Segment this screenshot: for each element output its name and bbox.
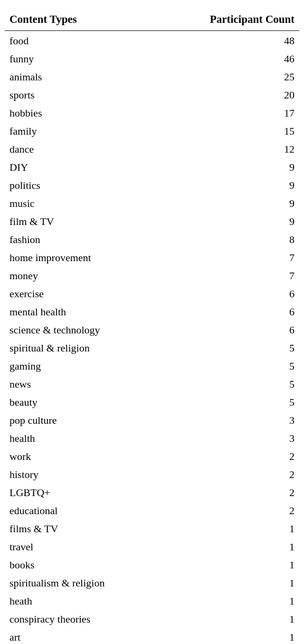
table-row: history2 [5,466,299,484]
table-row: health3 [5,429,299,448]
content-type-cell: LGBTQ+ [5,484,160,502]
content-type-cell: DIY [5,158,160,176]
participant-count-cell: 7 [160,249,299,267]
table-header-row: Content Types Participant Count [5,10,299,30]
content-type-cell: books [5,556,160,574]
participant-count-cell: 17 [160,104,299,122]
content-type-cell: educational [5,502,160,520]
content-type-cell: fashion [5,231,160,249]
table-row: mental health6 [5,303,299,321]
table-row: family15 [5,122,299,140]
table-row: money7 [5,267,299,285]
table-row: conspiracy theories1 [5,610,299,628]
table-row: animals25 [5,68,299,86]
table-row: dance12 [5,140,299,158]
participant-count-cell: 48 [160,31,299,50]
table-row: science & technology6 [5,321,299,339]
table-row: heath1 [5,592,299,610]
participant-count-cell: 3 [160,429,299,448]
participant-count-cell: 6 [160,321,299,339]
content-type-cell: funny [5,50,160,68]
participant-count-cell: 9 [160,176,299,195]
content-type-cell: history [5,466,160,484]
table-row: politics9 [5,176,299,195]
content-type-cell: food [5,31,160,50]
table-row: home improvement7 [5,249,299,267]
content-types-header: Content Types [5,10,160,30]
participant-count-cell: 9 [160,158,299,176]
content-type-cell: spiritualism & religion [5,574,160,592]
table-row: art1 [5,628,299,644]
participant-count-cell: 1 [160,556,299,574]
table-row: spiritual & religion5 [5,339,299,357]
content-type-cell: music [5,195,160,213]
table-row: films & TV1 [5,520,299,538]
content-type-cell: money [5,267,160,285]
participant-count-cell: 6 [160,303,299,321]
participant-count-cell: 3 [160,411,299,429]
participant-count-cell: 5 [160,339,299,357]
content-type-cell: gaming [5,357,160,375]
participant-count-cell: 5 [160,375,299,393]
table-row: work2 [5,448,299,466]
participant-count-cell: 20 [160,86,299,104]
table-row: food48 [5,31,299,50]
participant-count-cell: 5 [160,393,299,411]
participant-count-cell: 15 [160,122,299,140]
participant-count-cell: 1 [160,610,299,628]
content-type-cell: sports [5,86,160,104]
content-types-table: Content Types Participant Count food48fu… [5,10,299,644]
content-type-cell: news [5,375,160,393]
content-type-cell: travel [5,538,160,556]
table-row: spiritualism & religion1 [5,574,299,592]
participant-count-cell: 12 [160,140,299,158]
participant-count-cell: 7 [160,267,299,285]
participant-count-cell: 2 [160,448,299,466]
participant-count-cell: 5 [160,357,299,375]
content-type-cell: exercise [5,285,160,303]
participant-count-cell: 46 [160,50,299,68]
content-type-cell: animals [5,68,160,86]
table-row: pop culture3 [5,411,299,429]
content-type-cell: art [5,628,160,644]
participant-count-cell: 1 [160,628,299,644]
content-type-cell: hobbies [5,104,160,122]
content-type-cell: politics [5,176,160,195]
table-row: DIY9 [5,158,299,176]
content-type-cell: conspiracy theories [5,610,160,628]
content-type-cell: pop culture [5,411,160,429]
table-row: exercise6 [5,285,299,303]
participant-count-cell: 25 [160,68,299,86]
content-type-cell: home improvement [5,249,160,267]
participant-count-cell: 9 [160,213,299,231]
table-row: books1 [5,556,299,574]
table-body: food48funny46animals25sports20hobbies17f… [5,31,299,644]
table-row: educational2 [5,502,299,520]
table-row: film & TV9 [5,213,299,231]
participant-count-cell: 1 [160,592,299,610]
table-row: music9 [5,195,299,213]
content-type-cell: science & technology [5,321,160,339]
table-row: news5 [5,375,299,393]
content-type-cell: film & TV [5,213,160,231]
table-row: hobbies17 [5,104,299,122]
table-row: gaming5 [5,357,299,375]
table-row: LGBTQ+2 [5,484,299,502]
participant-count-header: Participant Count [160,10,299,30]
table-row: fashion8 [5,231,299,249]
content-type-cell: dance [5,140,160,158]
participant-count-cell: 2 [160,466,299,484]
participant-count-cell: 1 [160,574,299,592]
content-type-cell: work [5,448,160,466]
participant-count-cell: 6 [160,285,299,303]
content-type-cell: beauty [5,393,160,411]
participant-count-cell: 9 [160,195,299,213]
participant-count-cell: 2 [160,502,299,520]
main-container: Content Types Participant Count food48fu… [0,0,304,644]
participant-count-cell: 2 [160,484,299,502]
content-type-cell: heath [5,592,160,610]
content-type-cell: films & TV [5,520,160,538]
participant-count-cell: 8 [160,231,299,249]
table-row: sports20 [5,86,299,104]
content-type-cell: spiritual & religion [5,339,160,357]
